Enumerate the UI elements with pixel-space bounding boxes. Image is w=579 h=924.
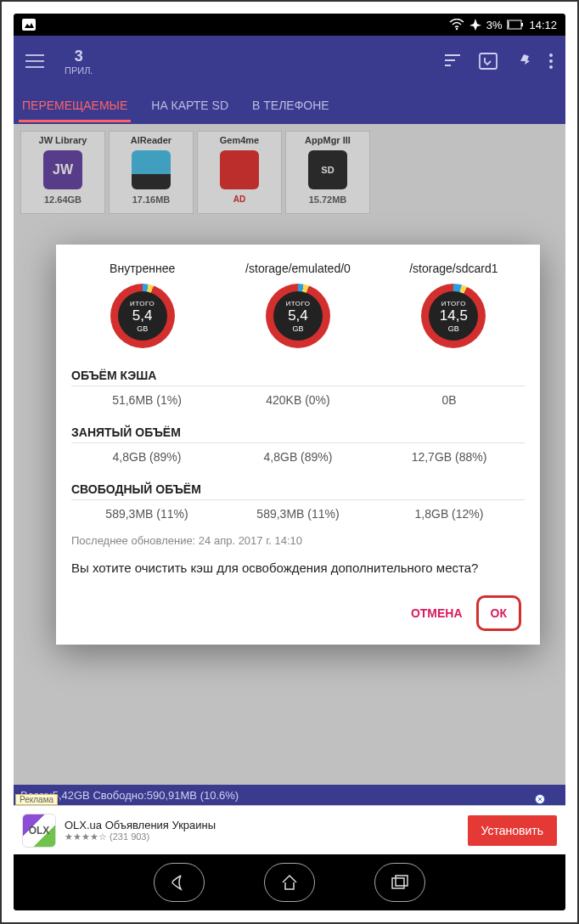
ad-banner[interactable]: Реклама OLX OLX.ua Объявления Украины ★★… bbox=[14, 805, 565, 854]
donut-chart: ИТОГО14,5GB bbox=[421, 284, 486, 348]
svg-rect-8 bbox=[445, 65, 451, 66]
more-icon[interactable] bbox=[548, 53, 554, 70]
tab-onsd[interactable]: НА КАРТЕ SD bbox=[151, 88, 228, 122]
battery-pct: 3% bbox=[486, 19, 503, 31]
storage-sdcard: /storage/sdcard1 ИТОГО14,5GB bbox=[376, 262, 531, 348]
svg-rect-0 bbox=[22, 19, 36, 31]
svg-point-10 bbox=[549, 54, 553, 57]
clean-icon[interactable] bbox=[514, 53, 531, 70]
ad-close-icon[interactable] bbox=[535, 794, 545, 804]
battery-icon bbox=[507, 20, 524, 30]
tab-bar: ПЕРЕМЕЩАЕМЫЕ НА КАРТЕ SD В ТЕЛЕФОНЕ bbox=[14, 87, 565, 124]
storage-internal: Внутреннее ИТОГО5,4GB bbox=[65, 262, 220, 348]
svg-rect-5 bbox=[508, 21, 509, 28]
nav-bar bbox=[14, 854, 565, 910]
used-heading: ЗАНЯТЫЙ ОБЪЁМ bbox=[71, 425, 525, 442]
ad-logo: OLX bbox=[22, 814, 56, 848]
tab-onphone[interactable]: В ТЕЛЕФОНЕ bbox=[252, 88, 329, 122]
svg-rect-4 bbox=[521, 23, 523, 26]
svg-point-11 bbox=[549, 59, 553, 63]
svg-rect-14 bbox=[392, 878, 404, 888]
cache-row: 51,6MB (1%)420KB (0%)0B bbox=[71, 386, 525, 414]
svg-point-12 bbox=[549, 65, 553, 69]
donut-chart: ИТОГО5,4GB bbox=[110, 284, 175, 348]
free-heading: СВОБОДНЫЙ ОБЪЁМ bbox=[71, 482, 525, 499]
storage-summary-strip: Всего:5,42GB Свободно:590,91MB (10.6%) bbox=[14, 785, 565, 805]
back-button[interactable] bbox=[154, 863, 205, 902]
cache-heading: ОБЪЁМ КЭША bbox=[71, 369, 525, 386]
image-icon bbox=[22, 19, 36, 31]
tab-movable[interactable]: ПЕРЕМЕЩАЕМЫЕ bbox=[22, 88, 127, 122]
ok-button[interactable]: ОК bbox=[476, 595, 521, 631]
free-row: 589,3MB (11%)589,3MB (11%)1,8GB (12%) bbox=[71, 499, 525, 527]
used-row: 4,8GB (89%)4,8GB (89%)12,7GB (88%) bbox=[71, 442, 525, 470]
svg-rect-3 bbox=[507, 20, 521, 29]
install-button[interactable]: Установить bbox=[468, 815, 557, 846]
ad-rating: ★★★★☆ (231 903) bbox=[65, 831, 216, 842]
ad-label: Реклама bbox=[15, 794, 58, 805]
donut-chart: ИТОГО5,4GB bbox=[266, 284, 330, 348]
clock: 14:12 bbox=[529, 19, 557, 31]
recents-button[interactable] bbox=[374, 863, 425, 902]
svg-rect-15 bbox=[396, 876, 408, 886]
last-update: Последнее обновление: 24 апр. 2017 г. 14… bbox=[71, 527, 525, 559]
airplane-icon bbox=[469, 19, 481, 31]
wifi-icon bbox=[449, 19, 464, 31]
storage-dialog: Внутреннее ИТОГО5,4GB /storage/emulated/… bbox=[56, 245, 540, 645]
svg-point-2 bbox=[455, 28, 457, 30]
cancel-button[interactable]: ОТМЕНА bbox=[404, 598, 469, 628]
sort-icon[interactable] bbox=[445, 54, 462, 68]
app-header: 3 ПРИЛ. bbox=[14, 36, 565, 87]
svg-rect-9 bbox=[480, 54, 497, 69]
storage-icon[interactable] bbox=[479, 53, 497, 70]
app-count: 3 ПРИЛ. bbox=[65, 48, 93, 76]
storage-emulated: /storage/emulated/0 ИТОГО5,4GB bbox=[220, 262, 375, 348]
home-button[interactable] bbox=[264, 863, 315, 902]
svg-rect-6 bbox=[445, 54, 460, 56]
status-bar: 3% 14:12 bbox=[14, 14, 565, 36]
menu-icon[interactable] bbox=[25, 54, 44, 68]
ad-title: OLX.ua Объявления Украины bbox=[65, 819, 216, 831]
svg-rect-7 bbox=[445, 59, 455, 61]
dialog-question: Вы хотите очистить кэш для освобождения … bbox=[71, 559, 525, 589]
